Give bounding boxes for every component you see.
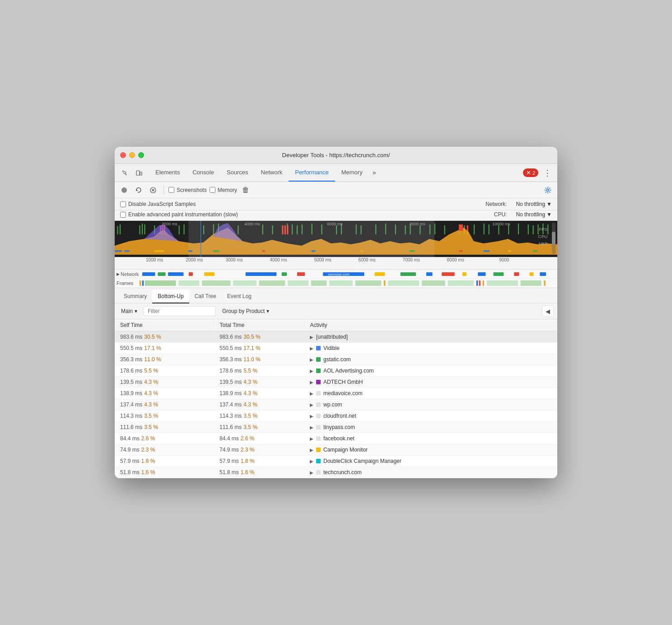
main-thread-select[interactable]: Main ▾ xyxy=(118,307,140,316)
frames-track-row: Frames xyxy=(115,279,557,288)
network-track-svg: xpressai.com xyxy=(142,271,555,277)
svg-rect-86 xyxy=(297,272,305,276)
screenshots-checkbox-label[interactable]: Screenshots xyxy=(168,187,207,193)
table-row: 137.4 ms4.3 %137.4 ms4.3 %▶wp.com xyxy=(115,399,557,410)
tab-more[interactable]: » xyxy=(369,164,380,182)
expand-arrow[interactable]: ▶ xyxy=(310,346,313,351)
svg-rect-98 xyxy=(540,272,546,276)
tab-console[interactable]: Console xyxy=(186,164,220,182)
more-options-button[interactable]: ⋮ xyxy=(541,167,554,179)
expand-arrow[interactable]: ▶ xyxy=(310,448,313,452)
delete-recording-button[interactable]: 🗑 xyxy=(240,184,252,196)
activity-cell: ▶facebook.net xyxy=(304,433,557,444)
activity-cell: ▶Campaign Monitor xyxy=(304,444,557,456)
disable-js-samples-label[interactable]: Disable JavaScript Samples xyxy=(120,201,238,207)
tab-performance[interactable]: Performance xyxy=(289,164,335,182)
tab-bottom-up[interactable]: Bottom-Up xyxy=(152,290,189,303)
tab-memory[interactable]: Memory xyxy=(335,164,369,182)
expand-arrow[interactable]: ▶ xyxy=(310,335,313,340)
activity-cell-content: ▶mediavoice.com xyxy=(310,390,552,396)
minimap-label-2: 4000 ms xyxy=(244,222,260,226)
svg-rect-109 xyxy=(355,280,382,286)
total-time-percent: 5.5 % xyxy=(243,368,257,374)
expand-arrow[interactable]: ▶ xyxy=(310,414,313,419)
minimap-ruler: 2000 ms 4000 ms 6000 ms 8000 ms 10000 ms xyxy=(115,222,557,226)
stop-button[interactable] xyxy=(147,184,159,196)
maximize-button[interactable] xyxy=(138,152,144,158)
self-time-cell: 137.4 ms4.3 % xyxy=(115,399,214,410)
tab-event-log[interactable]: Event Log xyxy=(222,290,257,303)
self-time-value: 356.3 ms xyxy=(120,356,142,363)
network-throttle-select[interactable]: No throttling ▼ xyxy=(516,201,552,207)
timeline-overview[interactable]: 2000 ms 4000 ms 6000 ms 8000 ms 10000 ms xyxy=(115,221,557,257)
settings-button[interactable] xyxy=(542,184,554,196)
table-row: 550.5 ms17.1 %550.5 ms17.1 %▶Vidible xyxy=(115,343,557,354)
error-badge[interactable]: ✕ 2 xyxy=(523,168,538,177)
scrollbar-thumb[interactable] xyxy=(552,232,555,245)
device-toolbar-button[interactable] xyxy=(133,167,145,179)
cpu-throttle-select[interactable]: No throttling ▼ xyxy=(516,211,552,218)
total-time-header: Total Time xyxy=(214,319,304,331)
expand-arrow[interactable]: ▶ xyxy=(310,425,313,430)
activity-name: Campaign Monitor xyxy=(323,447,368,453)
screenshots-checkbox[interactable] xyxy=(168,187,174,193)
activity-name: Vidible xyxy=(323,345,340,351)
expand-arrow[interactable]: ▶ xyxy=(310,380,313,385)
close-button[interactable] xyxy=(120,152,126,158)
main-thread-label: Main xyxy=(121,308,133,314)
minimize-button[interactable] xyxy=(129,152,135,158)
cpu-throttle-value: No throttling xyxy=(516,211,545,218)
expand-arrow[interactable]: ▶ xyxy=(310,402,313,407)
network-track-label: ▶ Network xyxy=(117,271,139,277)
ruler-label-9000: 9000 xyxy=(499,257,509,262)
expand-arrow[interactable]: ▶ xyxy=(310,368,313,373)
tab-network[interactable]: Network xyxy=(255,164,289,182)
expand-arrow[interactable]: ▶ xyxy=(310,391,313,396)
table-row: 51.8 ms1.6 %51.8 ms1.6 %▶techcrunch.com xyxy=(115,467,557,478)
self-time-percent: 2.6 % xyxy=(141,435,155,442)
svg-rect-84 xyxy=(246,272,277,276)
memory-checkbox-label[interactable]: Memory xyxy=(210,187,237,193)
group-by-select[interactable]: Group by Product ▾ xyxy=(219,307,272,316)
enable-paint-label[interactable]: Enable advanced paint instrumentation (s… xyxy=(120,211,238,218)
inspect-element-button[interactable] xyxy=(118,167,131,179)
minimap-label-1: 2000 ms xyxy=(162,222,177,226)
expand-arrow[interactable]: ▶ xyxy=(310,459,313,464)
record-button[interactable] xyxy=(118,184,130,196)
svg-rect-79 xyxy=(142,272,155,276)
tab-summary[interactable]: Summary xyxy=(118,290,152,303)
reload-record-button[interactable] xyxy=(133,184,145,196)
tab-call-tree[interactable]: Call Tree xyxy=(189,290,222,303)
timeline-ruler[interactable]: 1000 ms 2000 ms 3000 ms 4000 ms 5000 ms … xyxy=(115,257,557,270)
self-time-cell: 983.6 ms30.5 % xyxy=(115,331,214,343)
svg-rect-106 xyxy=(288,280,308,286)
tab-sources[interactable]: Sources xyxy=(220,164,255,182)
expand-arrow[interactable]: ▶ xyxy=(310,470,313,475)
svg-point-2 xyxy=(121,187,127,193)
svg-rect-99 xyxy=(140,280,141,286)
minimap-scrollbar[interactable] xyxy=(552,223,555,254)
activity-cell-content: ▶AOL Advertising.com xyxy=(310,368,552,374)
expand-arrow[interactable]: ▶ xyxy=(310,436,313,441)
expand-arrow[interactable]: ▶ xyxy=(310,357,313,362)
enable-paint-checkbox[interactable] xyxy=(120,212,126,218)
activity-color-dot xyxy=(316,459,321,463)
svg-rect-108 xyxy=(329,280,353,286)
svg-text:NET: NET xyxy=(539,241,548,246)
disable-js-samples-checkbox[interactable] xyxy=(120,201,126,207)
memory-checkbox[interactable] xyxy=(210,187,215,193)
group-by-arrow: ▾ xyxy=(266,308,269,314)
activity-cell-content: ▶Vidible xyxy=(310,345,552,351)
filter-input[interactable] xyxy=(144,306,216,316)
activity-color-dot xyxy=(316,470,321,475)
settings-bar: Disable JavaScript Samples Network: No t… xyxy=(115,198,557,210)
total-time-cell: 550.5 ms17.1 % xyxy=(214,343,304,354)
total-time-percent: 4.3 % xyxy=(243,401,257,408)
self-time-cell: 356.3 ms11.0 % xyxy=(115,354,214,365)
panel-toggle-button[interactable]: ◀ xyxy=(542,305,554,317)
activity-color-dot xyxy=(316,391,321,396)
tab-elements[interactable]: Elements xyxy=(149,164,186,182)
svg-rect-93 xyxy=(462,272,467,276)
svg-rect-49 xyxy=(533,225,534,234)
ruler-tick-2 xyxy=(194,257,195,261)
